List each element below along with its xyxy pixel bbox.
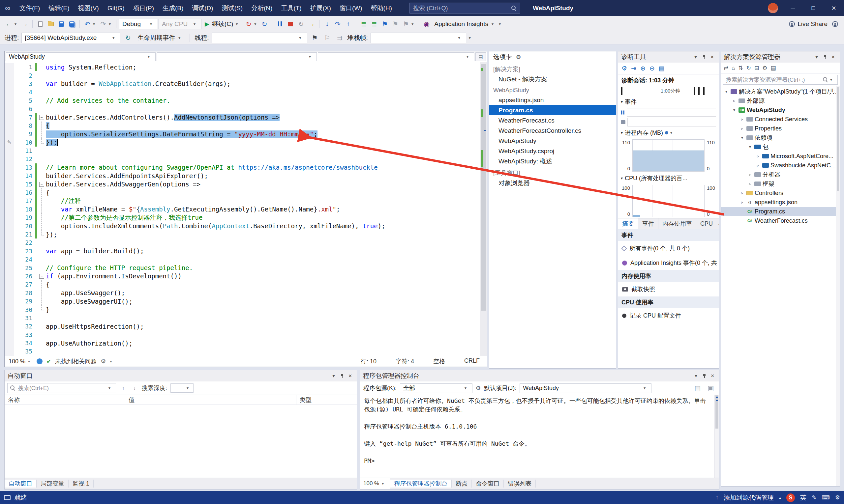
glyph-margin[interactable] — [5, 280, 14, 289]
code-text[interactable]: // Learn more about configuring Swagger/… — [46, 164, 378, 171]
app-insights-events-row[interactable]: Application Insights 事件(0 个, 共 0 个) — [618, 256, 719, 270]
expander-icon[interactable]: ▹ — [755, 154, 761, 159]
window-menu-icon[interactable]: ▾ — [330, 373, 337, 378]
type-dropdown[interactable]: ▾ — [157, 52, 317, 61]
all-events-row[interactable]: 所有事件(0 个, 共 0 个) — [618, 241, 719, 256]
outline-margin[interactable] — [37, 222, 46, 230]
glyph-margin[interactable] — [5, 122, 14, 130]
toolbar-overflow-icon[interactable]: ▾ — [411, 22, 416, 26]
glyph-margin[interactable] — [5, 147, 14, 155]
tool-tab[interactable]: 事件 — [638, 218, 658, 229]
code-text[interactable]: options.IncludeXmlComments(Path.Combine(… — [46, 222, 385, 230]
zoom-in-icon[interactable]: ⊕ — [640, 65, 645, 72]
outline-margin[interactable] — [37, 122, 46, 130]
editor-scrollbar[interactable] — [480, 62, 487, 356]
flag-outline-icon[interactable]: ⚐ — [323, 32, 332, 43]
take-snapshot-row[interactable]: 截取快照 — [618, 282, 719, 296]
tool-tab[interactable]: 内存使用率 — [658, 218, 696, 229]
document-tab[interactable]: appsettings.json — [489, 95, 616, 105]
eol-indicator[interactable]: CRLF — [464, 357, 480, 365]
events-section-header[interactable]: ▾事件 — [618, 96, 719, 107]
outline-margin[interactable] — [37, 347, 46, 356]
code-text[interactable]: { — [46, 281, 49, 288]
glyph-margin[interactable] — [5, 272, 14, 280]
refresh-icon[interactable]: ↻ — [746, 65, 751, 71]
tree-item[interactable]: ▹{}appsettings.json — [721, 198, 840, 207]
autos-search-box[interactable]: 搜索(Ctrl+E) ▾ — [7, 383, 116, 393]
reset-view-icon[interactable]: ▤ — [659, 65, 665, 72]
maximize-button[interactable]: □ — [803, 0, 824, 16]
glyph-margin[interactable] — [5, 339, 14, 347]
menu-item[interactable]: 工具(T) — [277, 0, 306, 16]
column-indicator[interactable]: 字符: 4 — [396, 357, 414, 365]
menu-item[interactable]: 调试(D) — [188, 0, 217, 16]
expander-icon[interactable]: ▾ — [740, 136, 745, 140]
line-indicator[interactable]: 行: 10 — [361, 357, 377, 365]
code-text[interactable]: app.UseSwagger(); — [46, 289, 125, 296]
tool-tab[interactable]: 摘要 — [618, 218, 638, 229]
outline-margin[interactable] — [37, 188, 46, 197]
outline-margin[interactable]: − — [37, 272, 46, 280]
console-scrollbar[interactable] — [714, 395, 719, 478]
memory-section-header[interactable]: ▾进程内存 (MB)▾ — [618, 127, 719, 138]
step-over-icon[interactable]: ↷ — [333, 18, 343, 30]
document-tab[interactable]: NuGet - 解决方案 — [489, 74, 616, 84]
glyph-margin[interactable] — [5, 96, 14, 105]
glyph-margin[interactable] — [5, 205, 14, 214]
glyph-margin[interactable] — [5, 255, 14, 264]
code-text[interactable]: }); — [46, 231, 57, 238]
save-all-icon[interactable] — [67, 18, 77, 30]
live-share-button[interactable]: Live Share — [795, 18, 829, 30]
tree-item[interactable]: ▹Swashbuckle.AspNetC... — [721, 161, 840, 170]
glyph-margin[interactable] — [5, 130, 14, 138]
search-down-icon[interactable]: ↓ — [131, 385, 138, 391]
collapse-all-icon[interactable]: ⊟ — [754, 65, 759, 71]
gear-icon[interactable]: ⚙ — [516, 54, 521, 60]
outline-margin[interactable] — [37, 63, 46, 71]
package-source-settings-icon[interactable]: ⚙ — [476, 385, 481, 392]
window-menu-icon[interactable]: ▾ — [692, 373, 700, 378]
document-tab[interactable]: WebApiStudy — [489, 136, 616, 146]
code-text[interactable]: builder.Services.AddEndpointsApiExplorer… — [46, 172, 208, 180]
switch-views-icon[interactable]: ⇄ — [724, 65, 728, 71]
events-track[interactable] — [627, 108, 716, 116]
prev-bookmark-icon[interactable]: ⚑ — [390, 18, 400, 30]
clear-console-icon[interactable]: ▤ — [693, 382, 703, 394]
window-menu-icon[interactable]: ▾ — [813, 54, 820, 60]
expander-icon[interactable]: ▹ — [740, 126, 745, 131]
split-editor-button[interactable]: ▤ — [476, 52, 486, 61]
glyph-margin[interactable] — [5, 88, 14, 96]
code-text[interactable]: }); — [46, 139, 58, 146]
tree-item[interactable]: C#WeatherForecast.cs — [721, 216, 840, 225]
glyph-margin[interactable] — [5, 188, 14, 197]
menu-item[interactable]: 文件(F) — [15, 0, 44, 16]
editor-zoom-dropdown[interactable]: 100 %▾ — [8, 358, 33, 365]
solution-platforms-dropdown[interactable]: Any CPU▾ — [159, 19, 202, 29]
member-dropdown[interactable]: ▾ — [318, 52, 475, 61]
ime-mode-indicator[interactable]: 英 — [800, 493, 806, 502]
open-file-icon[interactable] — [46, 18, 56, 30]
outline-margin[interactable] — [37, 80, 46, 88]
collapse-box-icon[interactable]: − — [39, 115, 44, 120]
document-tab[interactable]: Program.cs — [489, 105, 616, 115]
package-source-dropdown[interactable]: 全部▾ — [400, 383, 472, 393]
menu-item[interactable]: 分析(N) — [247, 0, 277, 16]
glyph-margin[interactable] — [5, 314, 14, 322]
properties-icon[interactable]: ⚙ — [762, 65, 767, 71]
outline-margin[interactable] — [37, 230, 46, 238]
outline-margin[interactable] — [37, 105, 46, 113]
health-indicator-icon[interactable] — [37, 358, 42, 364]
tree-item[interactable]: ▹Controllers — [721, 188, 840, 198]
expander-icon[interactable]: ▹ — [740, 117, 745, 122]
scrollbar-thumb[interactable] — [837, 87, 839, 191]
glyph-margin[interactable]: ✎ — [5, 138, 14, 147]
tool-tab[interactable]: 自动窗口 — [5, 480, 37, 488]
glyph-margin[interactable] — [5, 247, 14, 255]
outline-margin[interactable]: − — [37, 113, 46, 121]
sync-active-document-icon[interactable]: ⇅ — [739, 65, 743, 71]
tool-tab[interactable]: 断点 — [452, 480, 472, 488]
glyph-margin[interactable] — [5, 180, 14, 188]
tool-tab[interactable]: 程序包管理器控制台 — [390, 480, 452, 488]
ime-pencil-icon[interactable]: ✎ — [812, 494, 816, 501]
settings-gear-icon[interactable]: ⚙ — [621, 65, 627, 72]
